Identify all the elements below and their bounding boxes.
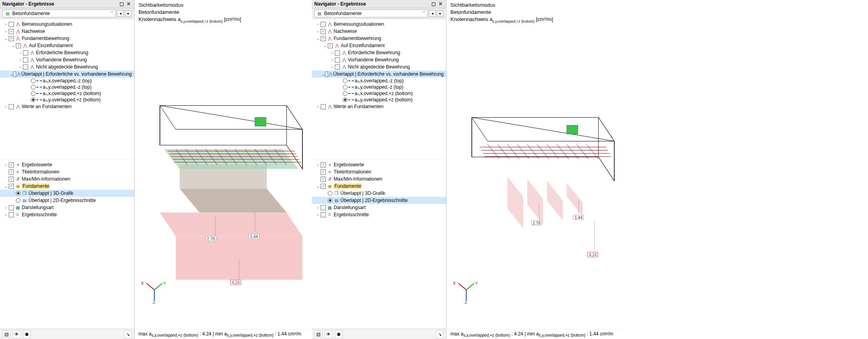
tree-radio-3d[interactable]: Überlappt | 3D-Grafik [312, 190, 446, 197]
navigator-combo[interactable]: Betonfundamente [2, 10, 116, 17]
checkbox[interactable] [321, 177, 326, 182]
checkbox[interactable] [321, 36, 326, 41]
checkbox[interactable] [23, 57, 28, 63]
radio[interactable] [16, 191, 21, 196]
twisty-icon[interactable]: › [3, 206, 9, 210]
radio[interactable] [31, 78, 36, 83]
tool-eye-icon[interactable]: 👁 [325, 330, 332, 338]
tree-item-nicht-abgedeckte[interactable]: › Nicht abgedeckte Bewehrung [312, 63, 446, 70]
checkbox[interactable] [321, 205, 326, 210]
radio[interactable] [31, 85, 36, 90]
tool-camera-icon[interactable]: ⏺ [335, 330, 343, 338]
tree-item-vorhandene[interactable]: › Vorhandene Bewehrung [0, 56, 134, 63]
tree-item-fundamente[interactable]: ⌄ Fundamente [0, 183, 134, 190]
twisty-icon[interactable]: ⌄ [3, 184, 9, 189]
tree-item-darstellungsart[interactable]: › Darstellungsart [0, 204, 134, 211]
checkbox[interactable] [321, 170, 326, 175]
tree-item-vorhandene[interactable]: › Vorhandene Bewehrung [312, 56, 446, 63]
tree-item-titelinformationen[interactable]: Titelinformationen [0, 168, 134, 175]
radio[interactable] [343, 78, 348, 83]
checkbox[interactable] [335, 57, 340, 63]
close-icon[interactable]: ✕ [437, 1, 444, 7]
radio[interactable] [328, 191, 332, 196]
pin-icon[interactable]: ▢ [118, 1, 125, 7]
tool-slider-icon[interactable]: ↘ [436, 330, 444, 338]
twisty-icon[interactable]: › [17, 51, 23, 55]
tree-item-ueberlappt[interactable]: ⌄ Überlappt | Erforderliche vs. vorhande… [0, 70, 134, 78]
tree-radio-sx-bottom[interactable]: aₛ,x,overlapped,+z (bottom) [0, 90, 134, 97]
radio[interactable] [328, 198, 332, 203]
tree-item-nachweise[interactable]: › Nachweise [312, 28, 446, 35]
tree-item-maxmin[interactable]: Max/Min-Informationen [312, 175, 446, 183]
twisty-icon[interactable]: › [17, 58, 23, 62]
twisty-icon[interactable]: › [3, 22, 9, 27]
tree-radio-sx-top[interactable]: aₛ,x,overlapped,-z (top) [312, 78, 446, 84]
tree-radio-sx-top[interactable]: aₛ,x,overlapped,-z (top) [0, 78, 134, 84]
radio[interactable] [16, 198, 21, 203]
tree-item-darstellungsart[interactable]: › Darstellungsart [312, 204, 446, 211]
close-icon[interactable]: ✕ [125, 1, 132, 7]
navigator-combo[interactable]: Betonfundamente [314, 10, 428, 17]
twisty-icon[interactable]: ⌄ [3, 36, 9, 41]
viewport-canvas[interactable]: 2.78 1.44 4.24 X Y Z [446, 26, 624, 329]
checkbox[interactable] [335, 50, 340, 55]
twisty-icon[interactable]: › [17, 65, 23, 69]
tree-item-fundamente[interactable]: ⌄ Fundamente [312, 183, 446, 190]
tree-item-ueberlappt[interactable]: ⌄ Überlappt | Erforderliche vs. vorhande… [312, 70, 446, 78]
tree-item-nicht-abgedeckte[interactable]: › Nicht abgedeckte Bewehrung [0, 63, 134, 70]
tree-item-werte[interactable]: › Werte an Fundamenten [0, 103, 134, 110]
checkbox[interactable] [9, 22, 14, 27]
checkbox[interactable] [9, 205, 14, 210]
tree-radio-sy-top[interactable]: aₛ,y,overlapped,-z (top) [0, 84, 134, 90]
viewport-canvas[interactable]: 2.78 1.44 4.24 X Y Z [135, 26, 312, 329]
tree-item-ergebnisschnitte[interactable]: › Ergebnisschnitte [312, 211, 446, 218]
checkbox[interactable] [328, 43, 333, 48]
tree-item-auf-einzelfundament[interactable]: ⌄ Auf Einzelfundament [312, 42, 446, 49]
radio[interactable] [31, 97, 36, 102]
tree-item-titelinformationen[interactable]: Titelinformationen [312, 168, 446, 175]
tool-eye-icon[interactable]: 👁 [13, 330, 21, 338]
tree-item-ergebnisschnitte[interactable]: › Ergebnisschnitte [0, 211, 134, 218]
checkbox[interactable] [335, 65, 340, 70]
tree-item-ergebniswerte[interactable]: › Ergebniswerte [312, 161, 446, 168]
tree-radio-sy-bottom[interactable]: aₛ,y,overlapped,+z (bottom) [312, 97, 446, 103]
checkbox[interactable] [9, 36, 14, 41]
checkbox[interactable] [9, 212, 14, 217]
tool-camera-icon[interactable]: ⏺ [23, 330, 31, 338]
checkbox[interactable] [9, 104, 14, 109]
checkbox[interactable] [9, 162, 14, 168]
tree-item-fundamentbewehrung[interactable]: ⌄ Fundamentbewehrung [312, 35, 446, 42]
checkbox[interactable] [321, 162, 326, 168]
checkbox[interactable] [321, 184, 326, 189]
combo-prev-button[interactable]: ◂ [117, 10, 124, 17]
combo-next-button[interactable]: ▸ [125, 10, 132, 17]
tree-item-nachweise[interactable]: › Nachweise [0, 28, 134, 35]
tree-item-erforderliche[interactable]: › Erforderliche Bewehrung [0, 49, 134, 56]
checkbox[interactable] [9, 29, 14, 34]
combo-prev-button[interactable]: ◂ [429, 10, 436, 17]
tool-slider-icon[interactable]: ↘ [124, 330, 132, 338]
twisty-icon[interactable]: ⌄ [10, 44, 16, 48]
viewport[interactable]: Sichtbarkeitsmodus Betonfundamente Knote… [135, 0, 312, 339]
twisty-icon[interactable]: › [3, 213, 9, 217]
combo-next-button[interactable]: ▸ [437, 10, 444, 17]
tree-item-werte[interactable]: › Werte an Fundamenten [312, 103, 446, 110]
checkbox[interactable] [13, 72, 16, 77]
checkbox[interactable] [23, 50, 28, 55]
twisty-icon[interactable]: › [3, 163, 9, 167]
twisty-icon[interactable]: › [3, 29, 9, 34]
pin-icon[interactable]: ▢ [430, 1, 437, 7]
twisty-icon[interactable]: › [3, 105, 9, 109]
tool-layers-icon[interactable]: ▤ [314, 330, 322, 338]
tree-item-fundamentbewehrung[interactable]: ⌄ Fundamentbewehrung [0, 35, 134, 42]
tree-item-auf-einzelfundament[interactable]: ⌄ Auf Einzelfundament [0, 42, 134, 49]
checkbox[interactable] [9, 177, 14, 182]
viewport[interactable]: Sichtbarkeitsmodus Betonfundamente Knote… [446, 0, 624, 339]
checkbox[interactable] [321, 104, 326, 109]
checkbox[interactable] [23, 65, 28, 70]
tree-radio-sx-bottom[interactable]: aₛ,x,overlapped,+z (bottom) [312, 90, 446, 97]
radio[interactable] [31, 91, 36, 96]
checkbox[interactable] [325, 72, 328, 77]
tree-radio-2d[interactable]: Überlappt | 2D-Ergebnisschnitte [312, 197, 446, 204]
tree-item-bemessung[interactable]: › Bemessungssituationen [312, 21, 446, 28]
